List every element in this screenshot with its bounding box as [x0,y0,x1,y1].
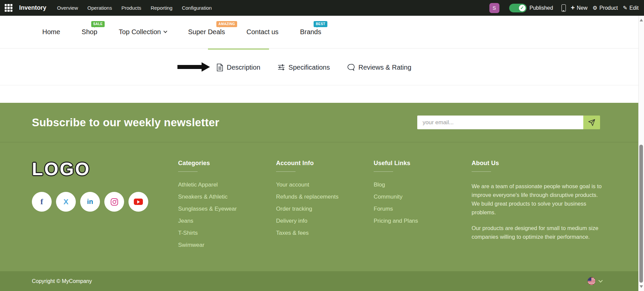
backend-topbar: Inventory Overview Operations Products R… [0,0,644,16]
link-athletic-apparel[interactable]: Athletic Apparel [178,182,237,188]
column-title: Useful Links [374,160,418,167]
footer-column-about-us: About Us We are a team of passionate peo… [472,160,606,248]
subscribe-form [417,116,600,129]
link-pricing-plans[interactable]: Pricing and Plans [374,218,418,224]
product-button[interactable]: ⚙ Product [593,5,618,11]
link-order-tracking[interactable]: Order tracking [276,206,338,212]
newsletter-section: Subscribe to our weekly newsletter [0,103,638,142]
linkedin-glyph: in [87,198,93,206]
about-paragraph: We are a team of passionate people whose… [472,182,606,217]
link-blog[interactable]: Blog [374,182,418,188]
tab-description-label: Description [227,64,260,71]
column-title: Account Info [276,160,338,167]
link-delivery-info[interactable]: Delivery info [276,218,338,224]
divider [178,171,198,172]
facebook-icon[interactable]: f [32,192,52,212]
link-community[interactable]: Community [374,194,418,200]
divider [472,171,491,172]
us-flag-icon [588,277,595,285]
youtube-icon[interactable] [128,192,148,212]
link-jeans[interactable]: Jeans [178,218,237,224]
product-tabs-section: Description Specifications Reviews & Rat… [0,49,638,85]
tab-specifications-label: Specifications [288,64,330,71]
footer-brand-column: LOGO f X in [32,160,148,212]
sliders-icon [278,64,285,71]
facebook-glyph: f [41,197,43,206]
link-taxes-fees[interactable]: Taxes & fees [276,230,338,236]
company-logo: LOGO [32,160,148,178]
tab-specifications[interactable]: Specifications [269,49,338,85]
link-forums[interactable]: Forums [374,206,418,212]
document-icon [217,64,223,71]
new-button-label: New [577,5,588,11]
x-glyph: X [63,198,68,206]
column-title: About Us [472,160,606,167]
product-button-label: Product [599,5,618,11]
menu-reporting[interactable]: Reporting [151,5,172,11]
published-label: Published [530,5,553,11]
language-selector[interactable] [588,277,602,285]
avatar[interactable]: S [489,3,499,13]
chevron-down-icon [598,278,603,283]
new-button[interactable]: + New [571,5,588,11]
scroll-down-arrow-icon[interactable] [640,285,643,288]
sale-badge: SALE [91,21,105,27]
instagram-icon[interactable] [104,192,124,212]
check-icon: ✓ [519,5,526,11]
edit-button[interactable]: ✎ Edit [623,5,639,11]
footer-column-useful-links: Useful Links Blog Community Forums Prici… [374,160,418,230]
linkedin-icon[interactable]: in [80,192,100,212]
menu-products[interactable]: Products [121,5,141,11]
twitter-x-icon[interactable]: X [56,192,76,212]
email-input[interactable] [417,116,583,129]
nav-top-collection[interactable]: Top Collection [119,28,167,36]
nav-shop[interactable]: Shop SALE [82,28,97,36]
nav-brands[interactable]: Brands BEST [300,28,321,36]
nav-contact-us-label: Contact us [247,28,279,36]
published-toggle[interactable]: ✓ [509,4,527,12]
nav-contact-us[interactable]: Contact us [247,28,279,36]
divider [374,171,393,172]
chat-icon [347,64,355,71]
gear-icon: ⚙ [593,5,597,11]
amazing-badge: AMAZING [216,21,237,27]
apps-menu-icon[interactable] [5,4,12,12]
nav-shop-label: Shop [82,28,97,36]
screen: Inventory Overview Operations Products R… [0,0,644,291]
nav-super-deals[interactable]: Super Deals AMAZING [188,28,225,36]
link-swimwear[interactable]: Swimwear [178,242,237,248]
nav-super-deals-label: Super Deals [188,28,225,36]
scrollbar-thumb[interactable] [639,145,643,283]
menu-operations[interactable]: Operations [88,5,112,11]
edit-button-label: Edit [629,5,639,11]
best-badge: BEST [314,21,327,27]
link-sunglasses-eyewear[interactable]: Sunglasses & Eyewear [178,206,237,212]
column-title: Categories [178,160,237,167]
newsletter-title: Subscribe to our weekly newsletter [32,116,219,129]
link-refunds-replacements[interactable]: Refunds & replacements [276,194,338,200]
copyright-text: Copyright © MyCompany [32,278,92,284]
website-footer: LOGO f X in [0,142,638,271]
link-sneakers-athletic[interactable]: Sneakers & Athletic [178,194,237,200]
app-name[interactable]: Inventory [19,4,46,11]
backend-menu: Overview Operations Products Reporting C… [57,5,212,11]
plus-icon: + [571,4,575,11]
link-tshirts[interactable]: T-Shirts [178,230,237,236]
nav-home[interactable]: Home [42,28,60,36]
social-links: f X in [32,192,148,212]
chevron-down-icon [163,29,167,33]
menu-overview[interactable]: Overview [57,5,78,11]
tab-reviews-rating-label: Reviews & Rating [358,64,411,71]
mobile-preview-icon[interactable] [561,4,566,12]
instagram-glyph [110,198,118,206]
vertical-scrollbar[interactable] [638,16,644,291]
link-your-account[interactable]: Your account [276,182,338,188]
menu-configuration[interactable]: Configuration [182,5,212,11]
tab-description[interactable]: Description [208,49,269,85]
scroll-up-arrow-icon[interactable] [640,19,643,21]
subscribe-send-button[interactable] [583,116,600,129]
footer-column-account-info: Account Info Your account Refunds & repl… [276,160,338,242]
tab-reviews-rating[interactable]: Reviews & Rating [338,49,420,85]
footer-column-categories: Categories Athletic Apparel Sneakers & A… [178,160,237,254]
paper-plane-icon [588,119,595,126]
